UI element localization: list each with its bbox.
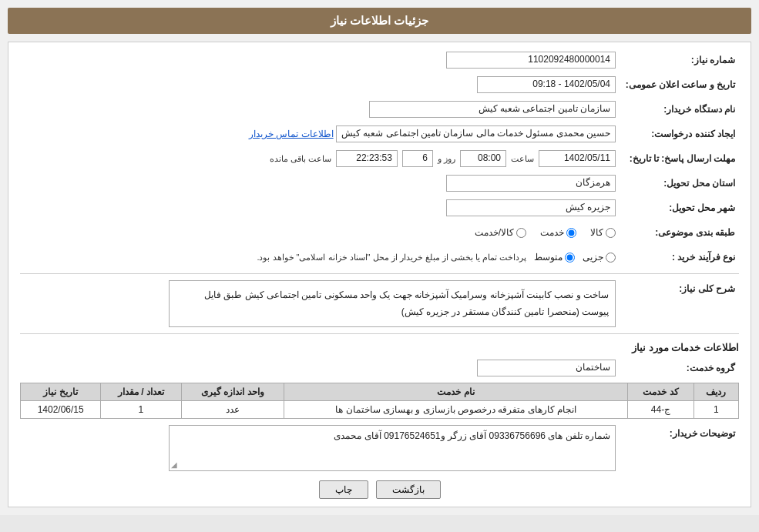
col-header-qty: تعداد / مقدار	[101, 383, 181, 401]
service-group-row: گروه خدمت: ساختمان	[20, 358, 739, 378]
contact-link[interactable]: اطلاعات تماس خریدار	[249, 129, 334, 139]
deadline-date: 1402/05/11	[539, 150, 616, 167]
need-number-label: شماره نیاز:	[616, 55, 739, 65]
announce-label: تاریخ و ساعت اعلان عمومی:	[616, 79, 739, 90]
category-radio-khedmat[interactable]	[566, 228, 576, 238]
print-button[interactable]: چاپ	[319, 480, 368, 499]
deadline-days: 6	[402, 150, 433, 167]
row-unit: عدد	[181, 401, 284, 419]
purchase-type-label: نوع فرآیند خرید :	[616, 252, 739, 263]
purchase-type-note: پرداخت تمام یا بخشی از مبلغ خریدار از مح…	[257, 253, 526, 263]
province-label: استان محل تحویل:	[616, 178, 739, 189]
announce-value: 1402/05/04 - 09:18	[477, 76, 616, 93]
purchase-type-radio-motavasset[interactable]	[565, 253, 575, 263]
purchase-type-radio-jozi[interactable]	[606, 253, 616, 263]
resize-icon: ◢	[171, 460, 177, 469]
category-label-kala-khedmat: کالا/خدمت	[475, 227, 514, 238]
purchase-type-row: نوع فرآیند خرید : جزیی متوسط پرداخت تمام…	[20, 247, 739, 267]
deadline-remaining: 22:23:53	[336, 150, 398, 167]
deadline-label: مهلت ارسال پاسخ: تا تاریخ:	[616, 153, 739, 164]
category-label-kala: کالا	[590, 227, 603, 238]
need-number-value: 1102092480000014	[446, 52, 616, 69]
city-value: جزیره کیش	[446, 199, 616, 216]
purchase-type-motavasset[interactable]: متوسط	[534, 252, 575, 263]
category-row: طبقه بندی موضوعی: کالا خدمت کالا/خدمت	[20, 223, 739, 243]
row-code: ج-44	[628, 401, 694, 419]
deadline-remaining-label: ساعت باقی مانده	[270, 154, 331, 164]
buyer-notes-box: شماره تلفن های 09336756696 آقای زرگر و09…	[169, 425, 616, 471]
col-header-code: کد خدمت	[628, 383, 694, 401]
buyer-notes-value: شماره تلفن های 09336756696 آقای زرگر و09…	[334, 430, 610, 441]
deadline-days-label: روز و	[438, 154, 455, 164]
category-option-kala-khedmat[interactable]: کالا/خدمت	[475, 227, 526, 238]
deadline-time-label: ساعت	[511, 154, 534, 164]
org-name-row: نام دستگاه خریدار: سازمان تامین اجتماعی …	[20, 99, 739, 119]
category-label-khedmat: خدمت	[540, 227, 564, 238]
announce-row: تاریخ و ساعت اعلان عمومی: 1402/05/04 - 0…	[20, 75, 739, 95]
province-row: استان محل تحویل: هرمزگان	[20, 173, 739, 193]
col-header-row: ردیف	[694, 383, 738, 401]
services-title: اطلاعات خدمات مورد نیاز	[20, 342, 739, 353]
service-group-value: ساختمان	[477, 360, 616, 376]
category-radio-kala[interactable]	[606, 228, 616, 238]
need-desc-value: ساخت و نصب کابینت آشپزخانه وسرامیک آشپزخ…	[169, 280, 616, 327]
buttons-row: بازگشت چاپ	[20, 480, 739, 499]
row-number: 1	[694, 401, 738, 419]
col-header-name: نام خدمت	[284, 383, 628, 401]
city-row: شهر محل تحویل: جزیره کیش	[20, 198, 739, 218]
row-date: 1402/06/15	[21, 401, 101, 419]
category-option-khedmat[interactable]: خدمت	[540, 227, 576, 238]
category-option-kala[interactable]: کالا	[590, 227, 616, 238]
deadline-row: مهلت ارسال پاسخ: تا تاریخ: 1402/05/11 سا…	[20, 149, 739, 169]
created-by-value: حسین محمدی مسئول خدمات مالی سازمان تامین…	[336, 125, 616, 142]
city-label: شهر محل تحویل:	[616, 202, 739, 213]
deadline-time: 08:00	[460, 150, 506, 167]
buyer-notes-row: توضیحات خریدار: شماره تلفن های 093367566…	[20, 425, 739, 471]
back-button[interactable]: بازگشت	[376, 480, 441, 499]
purchase-type-label-jozi: جزیی	[583, 252, 603, 263]
buyer-notes-label: توضیحات خریدار:	[616, 425, 739, 439]
services-table: ردیف کد خدمت نام خدمت واحد اندازه گیری ت…	[20, 383, 739, 419]
org-name-label: نام دستگاه خریدار:	[616, 104, 739, 115]
category-radio-kala-khedmat[interactable]	[516, 228, 526, 238]
category-label: طبقه بندی موضوعی:	[616, 227, 739, 238]
purchase-type-label-motavasset: متوسط	[534, 252, 563, 263]
need-number-row: شماره نیاز: 1102092480000014	[20, 50, 739, 70]
table-row: 1 ج-44 انجام کارهای متفرقه درخصوص بازساز…	[21, 401, 739, 419]
row-quantity: 1	[101, 401, 181, 419]
purchase-type-jozi[interactable]: جزیی	[583, 252, 616, 263]
col-header-unit: واحد اندازه گیری	[181, 383, 284, 401]
created-by-label: ایجاد کننده درخواست:	[616, 129, 739, 139]
org-name-value: سازمان تامین اجتماعی شعبه کیش	[369, 101, 616, 118]
service-group-label: گروه خدمت:	[616, 363, 739, 373]
col-header-date: تاریخ نیاز	[21, 383, 101, 401]
need-desc-row: شرح کلی نیاز: ساخت و نصب کابینت آشپزخانه…	[20, 280, 739, 327]
page-title: جزئیات اطلاعات نیاز	[8, 8, 751, 34]
need-desc-label: شرح کلی نیاز:	[616, 280, 739, 294]
created-by-row: ایجاد کننده درخواست: حسین محمدی مسئول خد…	[20, 124, 739, 144]
province-value: هرمزگان	[446, 175, 616, 192]
services-section: اطلاعات خدمات مورد نیاز گروه خدمت: ساختم…	[20, 342, 739, 419]
row-name: انجام کارهای متفرقه درخصوص بازسازی و بهس…	[284, 401, 628, 419]
